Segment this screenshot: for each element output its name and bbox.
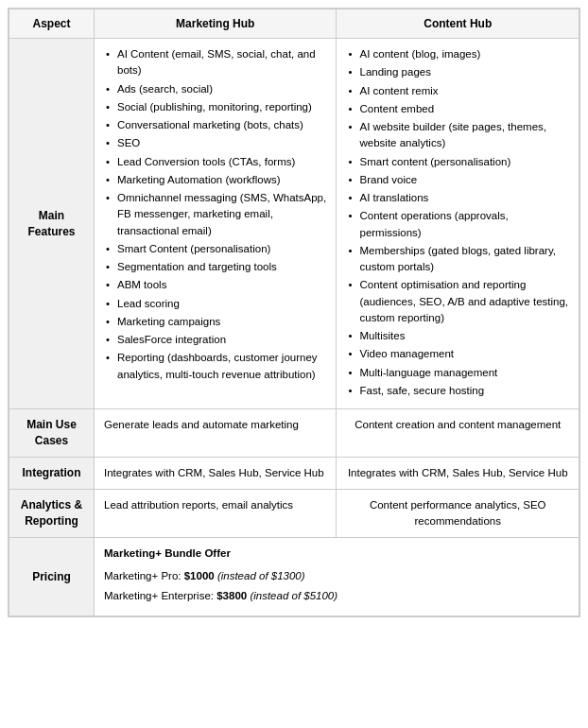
list-item: Content embed: [346, 101, 569, 117]
aspect-pricing: Pricing: [9, 538, 95, 616]
content-hub-use-cases: Content creation and content management: [337, 409, 579, 458]
pricing-pro-label: Marketing+ Pro:: [104, 570, 184, 581]
table-row-analytics: Analytics & Reporting Lead attribution r…: [9, 489, 579, 538]
pricing-enterprise-original: (instead of $5100): [247, 590, 337, 601]
pricing-pro-price: $1000: [184, 570, 215, 581]
list-item: AI content (blog, images): [346, 46, 569, 62]
table-row-main-features: MainFeatures AI Content (email, SMS, soc…: [9, 39, 579, 409]
list-item: Reporting (dashboards, customer journey …: [104, 350, 326, 383]
list-item: Marketing Automation (workflows): [104, 172, 326, 188]
comparison-table: Aspect Marketing Hub Content Hub MainFea…: [9, 9, 579, 616]
list-item: AI Content (email, SMS, social, chat, an…: [104, 46, 326, 79]
table-row-pricing: Pricing Marketing+ Bundle Offer Marketin…: [9, 538, 579, 616]
list-item: Social (publishing, monitoring, reportin…: [104, 99, 326, 115]
marketing-hub-integration: Integrates with CRM, Sales Hub, Service …: [95, 457, 337, 489]
header-content-hub: Content Hub: [337, 9, 579, 39]
aspect-main-features: MainFeatures: [9, 39, 95, 409]
list-item: Smart content (personalisation): [346, 154, 569, 170]
list-item: Omnichannel messaging (SMS, WhatsApp, FB…: [104, 190, 326, 239]
list-item: Lead scoring: [104, 296, 326, 312]
marketing-features-list: AI Content (email, SMS, social, chat, an…: [104, 46, 326, 383]
list-item: Marketing campaigns: [104, 314, 326, 330]
list-item: Segmentation and targeting tools: [104, 259, 326, 275]
list-item: Fast, safe, secure hosting: [346, 383, 569, 399]
content-use-cases-text: Content creation and content management: [355, 419, 561, 430]
pricing-bundle-title: Marketing+ Bundle Offer: [104, 546, 569, 562]
aspect-integration: Integration: [9, 457, 95, 489]
list-item: AI content remix: [346, 83, 569, 99]
header-aspect: Aspect: [9, 9, 95, 39]
list-item: Brand voice: [346, 172, 569, 188]
aspect-use-cases: Main Use Cases: [9, 409, 95, 458]
list-item: Content operations (approvals, permissio…: [346, 208, 569, 241]
pricing-enterprise-price: $3800: [216, 590, 247, 601]
table-row-use-cases: Main Use Cases Generate leads and automa…: [9, 409, 579, 458]
list-item: SEO: [104, 135, 326, 151]
pricing-pro-line: Marketing+ Pro: $1000 (instead of $1300): [104, 568, 569, 584]
marketing-use-cases-text: Generate leads and automate marketing: [104, 419, 299, 430]
marketing-analytics-text: Lead attribution reports, email analytic…: [104, 499, 293, 511]
list-item: Content optimisation and reporting (audi…: [346, 277, 569, 326]
list-item: Lead Conversion tools (CTAs, forms): [104, 154, 326, 170]
content-hub-main-features: AI content (blog, images)Landing pagesAI…: [337, 39, 579, 409]
content-analytics-text: Content performance analytics, SEO recom…: [370, 499, 546, 527]
list-item: Multi-language management: [346, 365, 569, 381]
pricing-enterprise-label: Marketing+ Enterprise:: [104, 590, 216, 601]
pricing-content: Marketing+ Bundle Offer Marketing+ Pro: …: [95, 538, 579, 616]
content-hub-analytics: Content performance analytics, SEO recom…: [337, 489, 579, 538]
list-item: Ads (search, social): [104, 81, 326, 97]
list-item: Conversational marketing (bots, chats): [104, 117, 326, 133]
marketing-hub-use-cases: Generate leads and automate marketing: [95, 409, 337, 458]
marketing-hub-main-features: AI Content (email, SMS, social, chat, an…: [95, 39, 337, 409]
content-features-list: AI content (blog, images)Landing pagesAI…: [346, 46, 569, 399]
marketing-integration-text: Integrates with CRM, Sales Hub, Service …: [104, 467, 324, 478]
list-item: Memberships (gated blogs, gated library,…: [346, 243, 569, 276]
list-item: AI website builder (site pages, themes, …: [346, 119, 569, 152]
content-integration-text: Integrates with CRM, Sales Hub, Service …: [348, 467, 568, 478]
header-marketing-hub: Marketing Hub: [95, 9, 337, 39]
list-item: Multisites: [346, 328, 569, 344]
table-row-integration: Integration Integrates with CRM, Sales H…: [9, 457, 579, 489]
list-item: ABM tools: [104, 277, 326, 293]
content-hub-integration: Integrates with CRM, Sales Hub, Service …: [337, 457, 579, 489]
list-item: SalesForce integration: [104, 332, 326, 348]
marketing-hub-analytics: Lead attribution reports, email analytic…: [95, 489, 337, 538]
aspect-analytics: Analytics & Reporting: [9, 489, 95, 538]
pricing-enterprise-line: Marketing+ Enterprise: $3800 (instead of…: [104, 588, 569, 604]
list-item: AI translations: [346, 190, 569, 206]
pricing-pro-original: (instead of $1300): [215, 570, 305, 581]
list-item: Landing pages: [346, 64, 569, 80]
list-item: Smart Content (personalisation): [104, 241, 326, 257]
comparison-table-wrapper: Aspect Marketing Hub Content Hub MainFea…: [8, 8, 580, 617]
list-item: Video management: [346, 346, 569, 362]
